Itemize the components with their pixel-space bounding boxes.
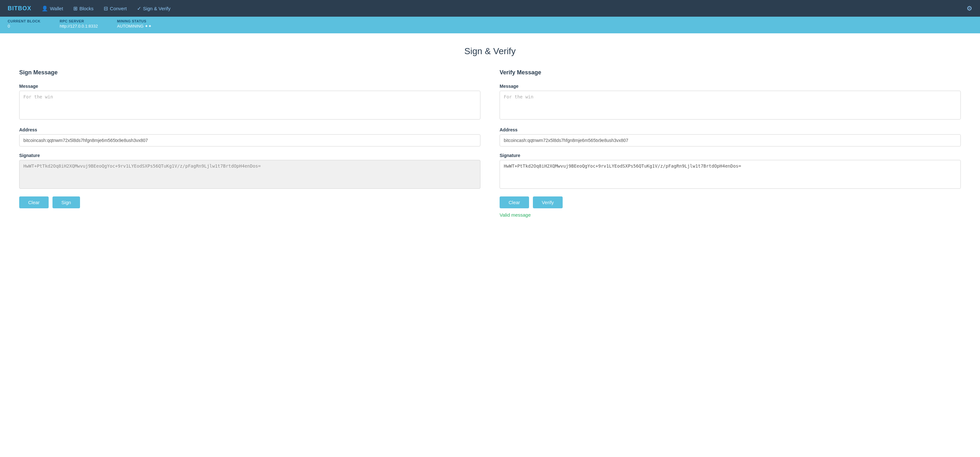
current-block-value: 0 (8, 24, 40, 29)
sign-message-input[interactable] (19, 91, 480, 120)
current-block-label: CURRENT BLOCK (8, 19, 40, 23)
nav-convert[interactable]: ⊟ Convert (104, 5, 127, 11)
sign-section-title: Sign Message (19, 69, 480, 76)
convert-icon: ⊟ (104, 5, 108, 11)
rpc-server-label: RPC SERVER (59, 19, 98, 23)
sign-signature-group: Signature HwWT+PtTkd2Oq8iH2XQMwvuj9BEeoQ… (19, 153, 480, 190)
sign-button-row: Clear Sign (19, 197, 480, 208)
verify-address-group: Address (500, 127, 961, 147)
verify-message-group: Message (500, 84, 961, 121)
nav-sign-verify-label: Sign & Verify (143, 6, 170, 11)
mining-status-value: AUTOMINING ✦✦ (117, 24, 152, 29)
nav-sign-verify[interactable]: ✓ Sign & Verify (137, 5, 170, 11)
brand-label: BITBOX (8, 5, 31, 12)
rpc-server-item: RPC SERVER http://127.0.0.1:8332 (59, 19, 98, 29)
nav-convert-label: Convert (110, 6, 127, 11)
rpc-server-value: http://127.0.0.1:8332 (59, 24, 98, 29)
blocks-icon: ⊞ (73, 5, 78, 11)
sign-clear-button[interactable]: Clear (19, 197, 49, 208)
sign-message-label: Message (19, 84, 480, 89)
nav-blocks-label: Blocks (80, 6, 94, 11)
verify-section-title: Verify Message (500, 69, 961, 76)
sign-signature-output: HwWT+PtTkd2Oq8iH2XQMwvuj9BEeoQgYoc+9rv1L… (19, 160, 480, 189)
verify-message-input[interactable] (500, 91, 961, 120)
status-bar: CURRENT BLOCK 0 RPC SERVER http://127.0.… (0, 17, 980, 34)
current-block-item: CURRENT BLOCK 0 (8, 19, 40, 29)
sign-column: Sign Message Message Address Signature H… (19, 69, 480, 217)
verify-address-input[interactable] (500, 134, 961, 147)
mining-status-item: MINING STATUS AUTOMINING ✦✦ (117, 19, 152, 29)
navbar: BITBOX 👤 Wallet ⊞ Blocks ⊟ Convert ✓ Sig… (0, 0, 980, 17)
verify-signature-label: Signature (500, 153, 961, 158)
verify-address-label: Address (500, 127, 961, 133)
sign-address-input[interactable] (19, 134, 480, 147)
sign-sign-button[interactable]: Sign (52, 197, 80, 208)
check-icon: ✓ (137, 5, 141, 11)
nav-wallet[interactable]: 👤 Wallet (41, 5, 63, 11)
verify-column: Verify Message Message Address Signature… (500, 69, 961, 217)
wallet-icon: 👤 (41, 5, 48, 11)
valid-message: Valid message (500, 212, 961, 217)
nav-blocks[interactable]: ⊞ Blocks (73, 5, 94, 11)
nav-wallet-label: Wallet (50, 6, 63, 11)
columns-container: Sign Message Message Address Signature H… (19, 69, 961, 217)
verify-signature-input[interactable]: HwWT+PtTkd2Oq8iH2XQMwvuj9BEeoQgYoc+9rv1L… (500, 160, 961, 189)
sign-address-label: Address (19, 127, 480, 133)
page-title: Sign & Verify (19, 46, 961, 56)
verify-clear-button[interactable]: Clear (500, 197, 529, 208)
mining-status-label: MINING STATUS (117, 19, 152, 23)
verify-verify-button[interactable]: Verify (533, 197, 563, 208)
settings-icon[interactable]: ⚙ (967, 5, 972, 12)
sign-signature-label: Signature (19, 153, 480, 158)
main-content: Sign & Verify Sign Message Message Addre… (0, 34, 980, 457)
verify-button-row: Clear Verify (500, 197, 961, 208)
sign-message-group: Message (19, 84, 480, 121)
verify-message-label: Message (500, 84, 961, 89)
verify-signature-group: Signature HwWT+PtTkd2Oq8iH2XQMwvuj9BEeoQ… (500, 153, 961, 190)
sign-address-group: Address (19, 127, 480, 147)
